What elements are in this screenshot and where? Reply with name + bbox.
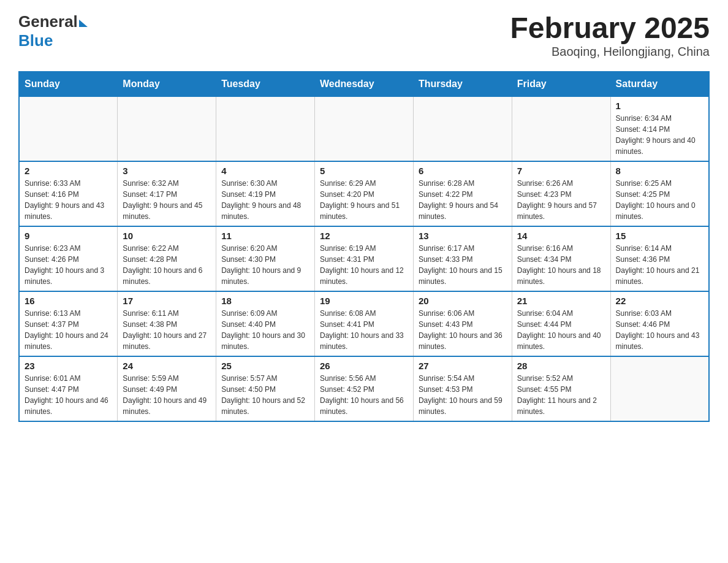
day-number: 17 xyxy=(123,296,211,306)
day-number: 8 xyxy=(616,166,703,176)
day-number: 16 xyxy=(25,296,112,306)
calendar-week-row: 16Sunrise: 6:13 AM Sunset: 4:37 PM Dayli… xyxy=(19,291,709,356)
day-info: Sunrise: 6:32 AM Sunset: 4:17 PM Dayligh… xyxy=(123,178,211,222)
day-number: 13 xyxy=(419,231,507,241)
day-info: Sunrise: 6:25 AM Sunset: 4:25 PM Dayligh… xyxy=(616,178,703,222)
calendar-week-row: 1Sunrise: 6:34 AM Sunset: 4:14 PM Daylig… xyxy=(19,96,709,161)
logo-blue-text: Blue xyxy=(18,31,53,50)
calendar-cell: 7Sunrise: 6:26 AM Sunset: 4:23 PM Daylig… xyxy=(512,161,610,226)
day-number: 20 xyxy=(419,296,507,306)
day-info: Sunrise: 6:16 AM Sunset: 4:34 PM Dayligh… xyxy=(517,243,605,287)
calendar-cell: 8Sunrise: 6:25 AM Sunset: 4:25 PM Daylig… xyxy=(610,161,709,226)
day-info: Sunrise: 6:01 AM Sunset: 4:47 PM Dayligh… xyxy=(25,373,112,417)
calendar-cell: 28Sunrise: 5:52 AM Sunset: 4:55 PM Dayli… xyxy=(512,356,610,421)
calendar-header-wednesday: Wednesday xyxy=(315,72,414,96)
calendar-cell xyxy=(413,96,512,161)
calendar-cell xyxy=(118,96,216,161)
day-number: 12 xyxy=(320,231,408,241)
day-info: Sunrise: 6:06 AM Sunset: 4:43 PM Dayligh… xyxy=(419,308,507,352)
calendar-cell xyxy=(216,96,315,161)
day-info: Sunrise: 6:23 AM Sunset: 4:26 PM Dayligh… xyxy=(25,243,112,287)
day-number: 25 xyxy=(221,361,309,371)
calendar-cell: 4Sunrise: 6:30 AM Sunset: 4:19 PM Daylig… xyxy=(216,161,315,226)
calendar-cell xyxy=(19,96,118,161)
calendar-cell: 16Sunrise: 6:13 AM Sunset: 4:37 PM Dayli… xyxy=(19,291,118,356)
day-number: 21 xyxy=(517,296,605,306)
calendar-cell: 22Sunrise: 6:03 AM Sunset: 4:46 PM Dayli… xyxy=(610,291,709,356)
day-number: 14 xyxy=(517,231,605,241)
day-info: Sunrise: 6:11 AM Sunset: 4:38 PM Dayligh… xyxy=(123,308,211,352)
day-info: Sunrise: 6:03 AM Sunset: 4:46 PM Dayligh… xyxy=(616,308,703,352)
day-number: 5 xyxy=(320,166,408,176)
page-header: General Blue February 2025 Baoqing, Heil… xyxy=(18,12,710,59)
calendar-cell: 10Sunrise: 6:22 AM Sunset: 4:28 PM Dayli… xyxy=(118,226,216,291)
calendar-cell: 5Sunrise: 6:29 AM Sunset: 4:20 PM Daylig… xyxy=(315,161,414,226)
location-text: Baoqing, Heilongjiang, China xyxy=(510,45,710,59)
calendar-cell: 15Sunrise: 6:14 AM Sunset: 4:36 PM Dayli… xyxy=(610,226,709,291)
day-info: Sunrise: 5:56 AM Sunset: 4:52 PM Dayligh… xyxy=(320,373,408,417)
calendar-week-row: 23Sunrise: 6:01 AM Sunset: 4:47 PM Dayli… xyxy=(19,356,709,421)
calendar-header-monday: Monday xyxy=(118,72,216,96)
day-number: 27 xyxy=(419,361,507,371)
day-number: 15 xyxy=(616,231,703,241)
day-number: 9 xyxy=(25,231,112,241)
calendar-cell xyxy=(610,356,709,421)
day-info: Sunrise: 6:29 AM Sunset: 4:20 PM Dayligh… xyxy=(320,178,408,222)
calendar-cell: 13Sunrise: 6:17 AM Sunset: 4:33 PM Dayli… xyxy=(413,226,512,291)
calendar-cell: 23Sunrise: 6:01 AM Sunset: 4:47 PM Dayli… xyxy=(19,356,118,421)
day-number: 1 xyxy=(616,101,703,111)
day-info: Sunrise: 6:26 AM Sunset: 4:23 PM Dayligh… xyxy=(517,178,605,222)
calendar-cell xyxy=(315,96,414,161)
day-info: Sunrise: 6:20 AM Sunset: 4:30 PM Dayligh… xyxy=(221,243,309,287)
calendar-cell: 26Sunrise: 5:56 AM Sunset: 4:52 PM Dayli… xyxy=(315,356,414,421)
day-number: 23 xyxy=(25,361,112,371)
day-info: Sunrise: 6:19 AM Sunset: 4:31 PM Dayligh… xyxy=(320,243,408,287)
day-info: Sunrise: 5:57 AM Sunset: 4:50 PM Dayligh… xyxy=(221,373,309,417)
day-info: Sunrise: 6:33 AM Sunset: 4:16 PM Dayligh… xyxy=(25,178,112,222)
calendar-cell: 11Sunrise: 6:20 AM Sunset: 4:30 PM Dayli… xyxy=(216,226,315,291)
day-info: Sunrise: 6:22 AM Sunset: 4:28 PM Dayligh… xyxy=(123,243,211,287)
day-info: Sunrise: 6:28 AM Sunset: 4:22 PM Dayligh… xyxy=(419,178,507,222)
calendar-cell: 21Sunrise: 6:04 AM Sunset: 4:44 PM Dayli… xyxy=(512,291,610,356)
calendar-cell: 2Sunrise: 6:33 AM Sunset: 4:16 PM Daylig… xyxy=(19,161,118,226)
calendar-header-sunday: Sunday xyxy=(19,72,118,96)
calendar-header-row: SundayMondayTuesdayWednesdayThursdayFrid… xyxy=(19,72,709,96)
month-title: February 2025 xyxy=(510,12,710,45)
calendar-cell: 24Sunrise: 5:59 AM Sunset: 4:49 PM Dayli… xyxy=(118,356,216,421)
calendar-cell: 27Sunrise: 5:54 AM Sunset: 4:53 PM Dayli… xyxy=(413,356,512,421)
day-number: 28 xyxy=(517,361,605,371)
calendar-header-friday: Friday xyxy=(512,72,610,96)
day-number: 2 xyxy=(25,166,112,176)
calendar-cell xyxy=(512,96,610,161)
calendar-header-thursday: Thursday xyxy=(413,72,512,96)
day-number: 7 xyxy=(517,166,605,176)
day-number: 11 xyxy=(221,231,309,241)
day-info: Sunrise: 6:09 AM Sunset: 4:40 PM Dayligh… xyxy=(221,308,309,352)
day-info: Sunrise: 6:34 AM Sunset: 4:14 PM Dayligh… xyxy=(616,113,703,157)
calendar-cell: 12Sunrise: 6:19 AM Sunset: 4:31 PM Dayli… xyxy=(315,226,414,291)
calendar-week-row: 9Sunrise: 6:23 AM Sunset: 4:26 PM Daylig… xyxy=(19,226,709,291)
calendar-cell: 17Sunrise: 6:11 AM Sunset: 4:38 PM Dayli… xyxy=(118,291,216,356)
day-info: Sunrise: 6:14 AM Sunset: 4:36 PM Dayligh… xyxy=(616,243,703,287)
day-number: 18 xyxy=(221,296,309,306)
day-number: 6 xyxy=(419,166,507,176)
calendar-cell: 3Sunrise: 6:32 AM Sunset: 4:17 PM Daylig… xyxy=(118,161,216,226)
day-number: 19 xyxy=(320,296,408,306)
logo: General Blue xyxy=(18,12,88,50)
logo-general-text: General xyxy=(18,12,78,31)
calendar-cell: 18Sunrise: 6:09 AM Sunset: 4:40 PM Dayli… xyxy=(216,291,315,356)
day-info: Sunrise: 5:59 AM Sunset: 4:49 PM Dayligh… xyxy=(123,373,211,417)
calendar-cell: 19Sunrise: 6:08 AM Sunset: 4:41 PM Dayli… xyxy=(315,291,414,356)
day-info: Sunrise: 6:30 AM Sunset: 4:19 PM Dayligh… xyxy=(221,178,309,222)
day-info: Sunrise: 6:04 AM Sunset: 4:44 PM Dayligh… xyxy=(517,308,605,352)
calendar-cell: 6Sunrise: 6:28 AM Sunset: 4:22 PM Daylig… xyxy=(413,161,512,226)
calendar-cell: 20Sunrise: 6:06 AM Sunset: 4:43 PM Dayli… xyxy=(413,291,512,356)
day-number: 10 xyxy=(123,231,211,241)
calendar-cell: 25Sunrise: 5:57 AM Sunset: 4:50 PM Dayli… xyxy=(216,356,315,421)
logo-arrow-icon xyxy=(79,20,88,27)
day-number: 24 xyxy=(123,361,211,371)
day-number: 22 xyxy=(616,296,703,306)
title-block: February 2025 Baoqing, Heilongjiang, Chi… xyxy=(510,12,710,59)
calendar-week-row: 2Sunrise: 6:33 AM Sunset: 4:16 PM Daylig… xyxy=(19,161,709,226)
calendar-header-tuesday: Tuesday xyxy=(216,72,315,96)
